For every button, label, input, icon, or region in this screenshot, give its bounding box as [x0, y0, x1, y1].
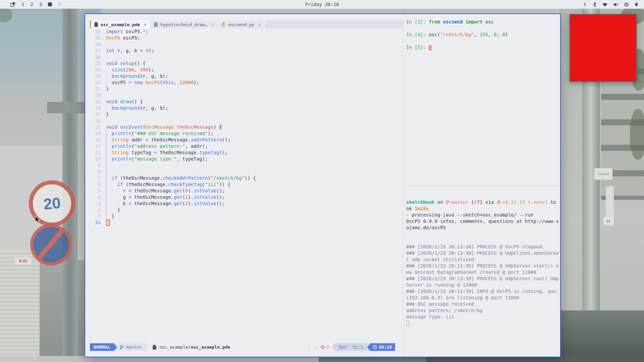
file-name: osc_example.pde: [191, 345, 230, 350]
close-tab-icon[interactable]: ×: [258, 22, 261, 27]
code-line[interactable]: 13String addr = theOscMessage.addrPatter…: [85, 137, 403, 143]
tab-osc_example.pde[interactable]: osc_example.pde×: [90, 20, 150, 28]
windows-overview-icon[interactable]: [10, 2, 15, 7]
package-update-count[interactable]: 2: [321, 345, 329, 350]
code-line[interactable]: 29OscP5 oscP5;: [85, 35, 403, 41]
file-icon: [153, 345, 157, 350]
separator-chevron: ‹: [314, 344, 318, 350]
code-line[interactable]: 1}: [85, 213, 403, 220]
power-plug-icon[interactable]: [634, 2, 639, 7]
code-line[interactable]: 21}: [85, 86, 403, 92]
code-line[interactable]: 5r = theOscMessage.get(0).intValue();: [85, 188, 403, 194]
code-line[interactable]: 3b = theOscMessage.get(2).intValue();: [85, 200, 403, 207]
top-bar: 1 2 3 5 Friday 20:18: [0, 0, 644, 9]
photo-foliage: [630, 109, 644, 160]
photo-foliage: [0, 7, 12, 22]
photo-storefront: [559, 310, 644, 362]
shell-session[interactable]: sketchbook on master [!?] via v3.11.13 (…: [404, 186, 560, 326]
statusline-time: 20:18: [379, 345, 392, 350]
code-line[interactable]: 25void setup() {: [85, 60, 403, 67]
powerline-separator: [114, 344, 117, 351]
file-dir: osc_example/: [159, 345, 191, 350]
processing-sketch-window[interactable]: [570, 14, 637, 82]
package-cube-icon: [321, 345, 325, 349]
python-icon: [221, 22, 226, 27]
tab-bar-filler: [265, 20, 403, 28]
sign-slash: [35, 226, 67, 262]
code-line[interactable]: 11String typeTag = theOscMessage.typetag…: [85, 149, 403, 156]
git-branch-icon: [120, 345, 124, 350]
desktop: National 44 20 8-20 1 2 3 5 Friday 20:18: [0, 0, 644, 362]
code-line[interactable]: 15void oscEvent(OscMessage theOscMessage…: [85, 124, 403, 130]
workspace-1[interactable]: 1: [21, 2, 24, 7]
chevron-left-icon[interactable]: [583, 2, 587, 7]
code-line[interactable]: 4g = theOscMessage.get(1).intValue();: [85, 194, 403, 200]
workspace-2[interactable]: 2: [30, 2, 33, 7]
code-line[interactable]: 17}: [85, 111, 403, 118]
status-line: NORMAL master osc_example/osc_example.pd…: [85, 343, 403, 351]
cursor-position: 31:1: [353, 345, 363, 350]
volume-icon[interactable]: [613, 2, 619, 7]
sign-time-plate: 8-20: [15, 257, 32, 265]
code-line[interactable]: 9: [85, 162, 403, 169]
photo-pole-crossbar: [47, 102, 85, 113]
code-line[interactable]: 6if (theOscMessage.checkTypetag("iii")) …: [85, 181, 403, 188]
tab-oscsend.py[interactable]: oscsend.py×: [218, 20, 264, 28]
mouse-cursor: [35, 216, 42, 224]
tab-hypotrochoid_draw…[interactable]: hypotrochoid_draw…×: [151, 20, 217, 28]
photo-shop-sign: National: [594, 168, 612, 180]
powerline-separator: [367, 344, 370, 351]
code-line[interactable]: 16: [85, 118, 403, 124]
code-line[interactable]: 18background(r, g, b);: [85, 105, 403, 111]
clock-icon: [373, 345, 377, 349]
code-line[interactable]: 10println("message type:", typeTag);: [85, 156, 403, 162]
ipython-session[interactable]: In [3]: from oscsend import oscIn [4]: o…: [404, 14, 560, 185]
photo-address-plate: 44: [603, 217, 613, 225]
code-line[interactable]: 12println("address pattern:", addr);: [85, 143, 403, 149]
code-line[interactable]: 7if (theOscMessage.checkAddrPattern("/sk…: [85, 175, 403, 181]
vim-mode-badge: NORMAL: [90, 343, 114, 351]
close-tab-icon[interactable]: ×: [144, 22, 146, 27]
bluetooth-icon[interactable]: [593, 2, 597, 7]
code-line[interactable]: 28: [85, 41, 403, 48]
workspace-5[interactable]: 5: [58, 2, 61, 7]
code-line[interactable]: 20: [85, 92, 403, 99]
code-line[interactable]: 27int r, g, b = 45;: [85, 48, 403, 54]
system-tray: [583, 2, 644, 7]
git-branch-name: master: [126, 345, 142, 350]
code-area[interactable]: 30import oscP5.*;29OscP5 oscP5;2827int r…: [85, 28, 403, 226]
package-count-value: 2: [326, 345, 329, 350]
close-tab-icon[interactable]: ×: [211, 22, 214, 27]
scroll-position-segment: Bot31:1: [335, 343, 367, 351]
terminal-window: osc_example.pde×hypotrochoid_draw…×oscse…: [85, 13, 561, 357]
scroll-position: Bot: [339, 345, 347, 350]
code-line[interactable]: 2}: [85, 207, 403, 213]
code-line[interactable]: 24size(200, 200);: [85, 67, 403, 73]
code-line[interactable]: 14println("### OSC message received");: [85, 130, 403, 137]
file-icon: [94, 22, 98, 27]
tab-label: oscsend.py: [228, 22, 254, 27]
tab-label: hypotrochoid_draw…: [160, 22, 208, 27]
code-line[interactable]: 26: [85, 54, 403, 60]
workspace-switcher: 1 2 3 5: [0, 2, 61, 7]
git-branch-indicator[interactable]: master: [117, 343, 145, 351]
code-line[interactable]: 31}: [85, 220, 403, 226]
workspace-3[interactable]: 3: [39, 2, 42, 7]
clock: Friday 20:18: [0, 2, 644, 7]
powerline-separator: [145, 344, 148, 351]
terminal-pane: In [3]: from oscsend import oscIn [4]: o…: [404, 14, 560, 357]
cpu-icon[interactable]: [624, 2, 629, 7]
file-dim-icon: [154, 22, 158, 27]
tab-bar: osc_example.pde×hypotrochoid_draw…×oscse…: [90, 20, 403, 28]
code-line[interactable]: 19void draw() {: [85, 99, 403, 105]
statusline-clock: 20:18: [370, 343, 395, 351]
wifi-icon[interactable]: [602, 2, 608, 7]
code-line[interactable]: 8: [85, 169, 403, 175]
powerline-separator: [332, 344, 335, 351]
current-file-path: osc_example/osc_example.pde: [153, 345, 230, 350]
workspace-4-active[interactable]: [48, 2, 52, 6]
code-line[interactable]: 30import oscP5.*;: [85, 28, 403, 35]
code-line[interactable]: 23background(r, g, b);: [85, 73, 403, 79]
code-line[interactable]: 22oscP5 = new OscP5(this, 12000);: [85, 79, 403, 86]
editor-pane: osc_example.pde×hypotrochoid_draw…×oscse…: [85, 14, 403, 357]
